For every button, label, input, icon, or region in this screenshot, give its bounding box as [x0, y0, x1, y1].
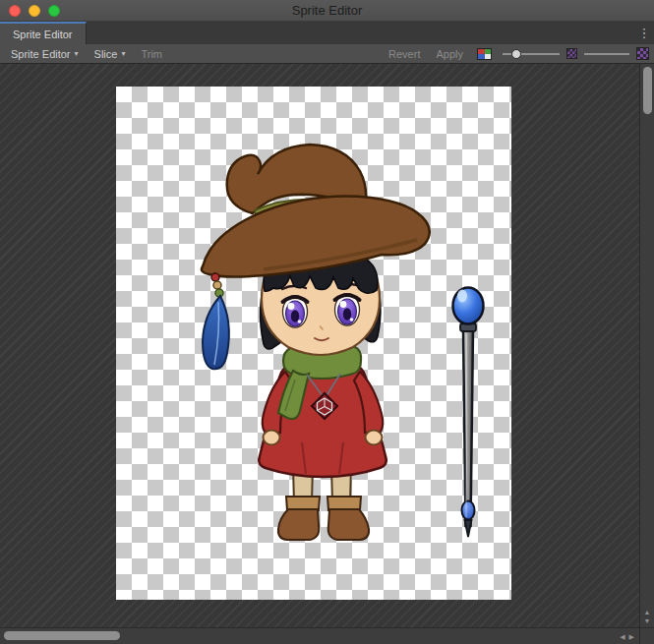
- scroll-up-icon[interactable]: ▲: [644, 609, 651, 615]
- rgb-channels-icon[interactable]: [477, 48, 492, 60]
- mode-dropdown-label: Sprite Editor: [11, 48, 71, 60]
- character-eye-right: [335, 294, 360, 325]
- sprite-editor-window: Sprite Editor Sprite Editor ⋮ Sprite Edi…: [0, 0, 654, 644]
- chevron-down-icon: ▾: [75, 50, 79, 58]
- slice-dropdown[interactable]: Slice ▾: [89, 47, 132, 61]
- character-hat: [202, 145, 430, 277]
- zoom-slider-knob[interactable]: [511, 49, 521, 59]
- titlebar: Sprite Editor: [0, 0, 654, 22]
- vertical-scrollbar[interactable]: ▲ ▼: [639, 64, 654, 627]
- staff-sprite: [453, 288, 484, 538]
- scroll-left-icon[interactable]: ◀: [620, 633, 624, 640]
- sprite-editor-mode-dropdown[interactable]: Sprite Editor ▾: [5, 47, 85, 61]
- tab-label: Sprite Editor: [13, 29, 73, 40]
- tab-strip: Sprite Editor ⋮: [0, 22, 654, 44]
- revert-button[interactable]: Revert: [383, 47, 426, 61]
- horizontal-scrollbar[interactable]: ◀ ▶: [0, 627, 639, 644]
- horizontal-scroll-arrows: ◀ ▶: [620, 628, 634, 644]
- zoom-slider[interactable]: [503, 46, 560, 62]
- character-hat-feather: [203, 272, 229, 369]
- sprite-canvas[interactable]: [0, 64, 639, 627]
- scroll-down-icon[interactable]: ▼: [644, 617, 651, 624]
- revert-button-label: Revert: [388, 48, 420, 60]
- apply-button-label: Apply: [436, 48, 463, 60]
- vertical-scrollbar-thumb[interactable]: [643, 67, 652, 114]
- scrollbar-corner: [639, 627, 654, 644]
- trim-button-label: Trim: [141, 48, 162, 60]
- mip-slider-track[interactable]: [584, 53, 629, 55]
- scroll-right-icon[interactable]: ▶: [629, 633, 634, 640]
- sprite-image: [116, 87, 511, 600]
- toolbar: Sprite Editor ▾ Slice ▾ Trim Revert Appl…: [0, 44, 654, 64]
- chevron-down-icon: ▾: [121, 50, 125, 58]
- character-boots: [278, 497, 369, 540]
- mip-level-icon[interactable]: [566, 48, 577, 59]
- character-sprite: [202, 145, 430, 540]
- kebab-menu-icon[interactable]: ⋮: [634, 22, 654, 44]
- trim-button[interactable]: Trim: [135, 47, 168, 61]
- tab-sprite-editor[interactable]: Sprite Editor: [0, 22, 87, 44]
- texture-transparency-area[interactable]: [116, 87, 511, 600]
- horizontal-scrollbar-thumb[interactable]: [4, 631, 120, 640]
- slice-dropdown-label: Slice: [94, 48, 118, 60]
- mip-slider[interactable]: [584, 46, 629, 62]
- vertical-scroll-arrows: ▲ ▼: [640, 609, 654, 624]
- apply-button[interactable]: Apply: [430, 47, 469, 61]
- mip-texture-icon[interactable]: [636, 47, 649, 60]
- window-title: Sprite Editor: [0, 0, 654, 22]
- character-eye-left: [283, 296, 308, 327]
